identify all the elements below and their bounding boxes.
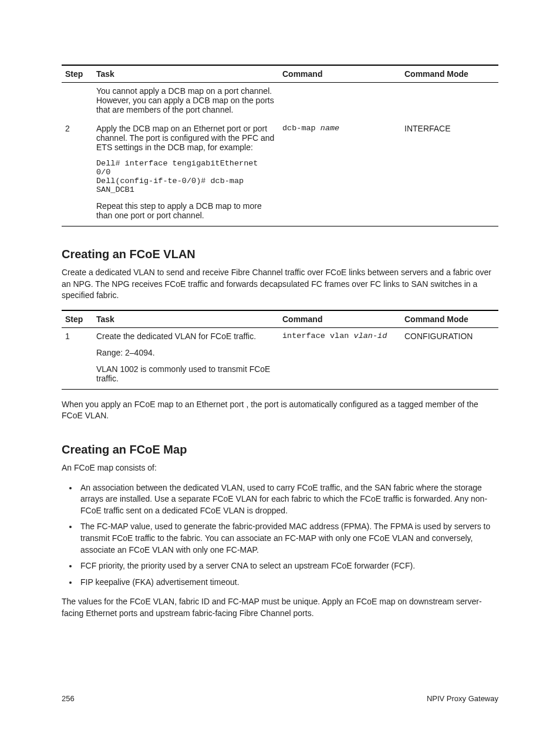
- col-header-mode: Command Mode: [401, 65, 498, 83]
- col-header-step: Step: [62, 310, 93, 328]
- task-cell: Apply the DCB map on an Ethernet port or…: [93, 120, 279, 226]
- fcoe-vlan-table: Step Task Command Command Mode 1 Create …: [62, 310, 498, 390]
- task-text: You cannot apply a DCB map on a port cha…: [96, 86, 275, 114]
- list-item: FIP keepalive (FKA) advertisement timeou…: [78, 577, 498, 589]
- paragraph: The values for the FCoE VLAN, fabric ID …: [62, 596, 498, 619]
- task-text: Apply the DCB map on an Ethernet port or…: [96, 124, 275, 152]
- command-arg: vlan-id: [354, 332, 387, 340]
- step-cell: 2: [62, 120, 93, 226]
- command-text: dcb-map: [282, 124, 321, 133]
- command-cell: interface vlan vlan-id: [279, 327, 401, 389]
- page: Step Task Command Command Mode You canno…: [0, 0, 560, 744]
- command-arg: name: [321, 124, 339, 133]
- list-item: FCF priority, the priority used by a ser…: [78, 560, 498, 572]
- col-header-task: Task: [93, 310, 279, 328]
- mode-cell: CONFIGURATION: [401, 327, 498, 389]
- mode-cell: [401, 83, 498, 121]
- col-header-step: Step: [62, 65, 93, 83]
- command-cell: dcb-map name: [279, 120, 401, 226]
- step-cell: [62, 83, 93, 121]
- fcoe-map-list: An association between the dedicated VLA…: [62, 482, 498, 589]
- table-row: 2 Apply the DCB map on an Ethernet port …: [62, 120, 498, 226]
- mode-cell: INTERFACE: [401, 120, 498, 226]
- command-cell: [279, 83, 401, 121]
- page-footer: 256 NPIV Proxy Gateway: [62, 694, 498, 703]
- col-header-command: Command: [279, 65, 401, 83]
- task-text: Repeat this step to apply a DCB map to m…: [96, 201, 275, 220]
- task-code: Dell# interface tengigabitEthernet 0/0 D…: [96, 159, 275, 194]
- page-number: 256: [62, 694, 75, 703]
- task-cell: Create the dedicated VLAN for FCoE traff…: [93, 327, 279, 389]
- task-cell: You cannot apply a DCB map on a port cha…: [93, 83, 279, 121]
- command-text: interface vlan: [282, 332, 354, 340]
- dcb-map-table: Step Task Command Command Mode You canno…: [62, 65, 498, 226]
- paragraph: An FCoE map consists of:: [62, 462, 498, 474]
- col-header-mode: Command Mode: [401, 310, 498, 328]
- task-text: Range: 2–4094.: [96, 348, 275, 357]
- list-item: An association between the dedicated VLA…: [78, 482, 498, 517]
- col-header-task: Task: [93, 65, 279, 83]
- paragraph: Create a dedicated VLAN to send and rece…: [62, 267, 498, 302]
- step-cell: 1: [62, 327, 93, 389]
- footer-section-name: NPIV Proxy Gateway: [427, 694, 498, 703]
- heading-fcoe-map: Creating an FCoE Map: [62, 443, 498, 456]
- col-header-command: Command: [279, 310, 401, 328]
- task-text: Create the dedicated VLAN for FCoE traff…: [96, 332, 275, 341]
- table-row: 1 Create the dedicated VLAN for FCoE tra…: [62, 327, 498, 389]
- list-item: The FC-MAP value, used to generate the f…: [78, 521, 498, 556]
- task-text: VLAN 1002 is commonly used to transmit F…: [96, 364, 275, 383]
- heading-fcoe-vlan: Creating an FCoE VLAN: [62, 248, 498, 261]
- table-row: You cannot apply a DCB map on a port cha…: [62, 83, 498, 121]
- paragraph: When you apply an FCoE map to an Etherne…: [62, 399, 498, 422]
